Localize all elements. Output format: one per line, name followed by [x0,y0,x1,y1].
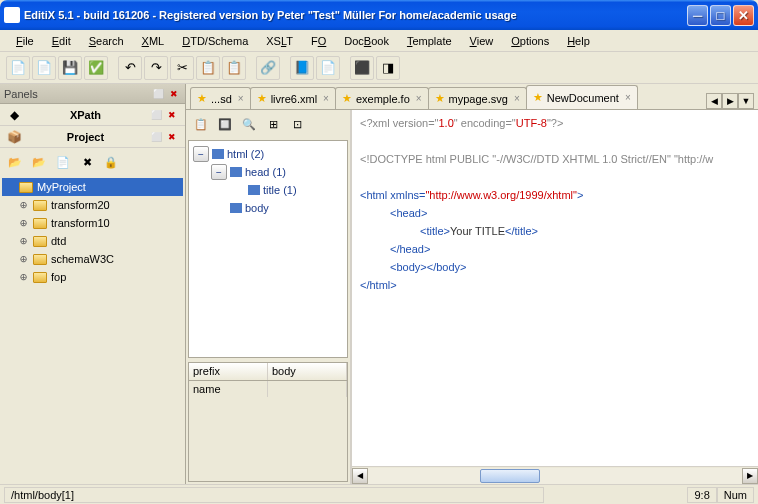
editor-line[interactable]: <body></body> [360,258,750,276]
outline-tree[interactable]: −html (2)−head (1)title (1)body [188,140,348,358]
editor-line[interactable]: <html xmlns="http://www.w3.org/1999/xhtm… [360,186,750,204]
scroll-right-icon[interactable]: ▶ [742,468,758,484]
menu-help[interactable]: Help [559,33,598,49]
project-tree-item[interactable]: ⊕schemaW3C [2,250,183,268]
panel-close-icon[interactable]: ✖ [165,130,179,144]
minimize-button[interactable]: ─ [687,5,708,26]
menu-file[interactable]: File [8,33,42,49]
tree-toggle-icon[interactable]: ⊕ [18,198,29,212]
ns-row[interactable]: name [189,381,347,397]
tree-toggle-icon[interactable]: ⊕ [18,216,29,230]
document-tab[interactable]: ★NewDocument× [526,85,638,109]
panel-close-icon[interactable]: ✖ [165,108,179,122]
menu-edit[interactable]: Edit [44,33,79,49]
project-tree-item[interactable]: ⊕fop [2,268,183,286]
tree-toggle-icon[interactable]: ⊕ [18,252,29,266]
toolbar-btn-11[interactable]: 📄 [316,56,340,80]
document-tab[interactable]: ★...sd× [190,87,251,109]
project-toolbar-btn-2[interactable]: 📄 [52,151,74,173]
menu-options[interactable]: Options [503,33,557,49]
tree-toggle-icon[interactable]: ⊕ [18,234,29,248]
outline-tree-item[interactable]: −html (2) [193,145,343,163]
namespace-table[interactable]: prefixbody name [188,362,348,482]
outline-item-label: body [245,202,269,214]
toolbar-btn-2[interactable]: 💾 [58,56,82,80]
tree-toggle-icon[interactable]: ⊕ [18,270,29,284]
menu-docbook[interactable]: DocBook [336,33,397,49]
project-tree[interactable]: MyProject⊕transform20⊕transform10⊕dtd⊕sc… [0,176,185,484]
project-toolbar-btn-0[interactable]: 📂 [4,151,26,173]
panel-restore-icon[interactable]: ⬜ [149,130,163,144]
toolbar-btn-3[interactable]: ✅ [84,56,108,80]
toolbar-btn-7[interactable]: 📋 [196,56,220,80]
editor-line[interactable]: <!DOCTYPE html PUBLIC "-//W3C//DTD XHTML… [360,150,750,168]
outline-toolbar-btn-3[interactable]: ⊞ [262,113,284,135]
outline-tree-item[interactable]: body [193,199,343,217]
toolbar-btn-10[interactable]: 📘 [290,56,314,80]
outline-tree-item[interactable]: title (1) [193,181,343,199]
editor-horizontal-scrollbar[interactable]: ◀ ▶ [352,466,758,484]
tab-close-icon[interactable]: × [416,93,422,104]
editor-line[interactable] [360,132,750,150]
editor-line[interactable]: </head> [360,240,750,258]
editor-line[interactable]: <title>Your TITLE</title> [360,222,750,240]
menu-xslt[interactable]: XSLT [258,33,301,49]
project-tree-item[interactable]: MyProject [2,178,183,196]
project-tree-item[interactable]: ⊕dtd [2,232,183,250]
project-toolbar-btn-1[interactable]: 📂 [28,151,50,173]
menu-fo[interactable]: FO [303,33,334,49]
toolbar-btn-9[interactable]: 🔗 [256,56,280,80]
panels-close-icon[interactable]: ✖ [167,87,181,101]
project-toolbar-btn-3[interactable]: ✖ [76,151,98,173]
tab-close-icon[interactable]: × [238,93,244,104]
tree-toggle-icon[interactable]: − [211,164,227,180]
editor-line[interactable]: <head> [360,204,750,222]
ns-header-cell[interactable]: body [268,363,347,380]
maximize-button[interactable]: □ [710,5,731,26]
editor-line[interactable]: <?xml version="1.0" encoding="UTF-8"?> [360,114,750,132]
menu-xml[interactable]: XML [134,33,173,49]
toolbar-btn-12[interactable]: ⬛ [350,56,374,80]
toolbar-btn-1[interactable]: 📄 [32,56,56,80]
editor-content[interactable]: <?xml version="1.0" encoding="UTF-8"?> <… [352,110,758,466]
tab-prev-icon[interactable]: ◀ [706,93,722,109]
outline-toolbar-btn-0[interactable]: 📋 [190,113,212,135]
tab-close-icon[interactable]: × [514,93,520,104]
tab-menu-icon[interactable]: ▼ [738,93,754,109]
tab-next-icon[interactable]: ▶ [722,93,738,109]
menu-view[interactable]: View [462,33,502,49]
outline-toolbar-btn-2[interactable]: 🔍 [238,113,260,135]
project-tree-item[interactable]: ⊕transform10 [2,214,183,232]
menu-template[interactable]: Template [399,33,460,49]
menu-dtdschema[interactable]: DTD/Schema [174,33,256,49]
outline-toolbar-btn-4[interactable]: ⊡ [286,113,308,135]
scroll-left-icon[interactable]: ◀ [352,468,368,484]
tab-close-icon[interactable]: × [323,93,329,104]
panel-restore-icon[interactable]: ⬜ [149,108,163,122]
toolbar-btn-8[interactable]: 📋 [222,56,246,80]
panels-restore-icon[interactable]: ⬜ [151,87,165,101]
toolbar-btn-4[interactable]: ↶ [118,56,142,80]
project-tree-item[interactable]: ⊕transform20 [2,196,183,214]
document-tab[interactable]: ★livre6.xml× [250,87,336,109]
panel-row-project[interactable]: 📦Project⬜✖ [0,126,185,148]
toolbar-btn-13[interactable]: ◨ [376,56,400,80]
close-button[interactable]: ✕ [733,5,754,26]
toolbar-btn-6[interactable]: ✂ [170,56,194,80]
editor-line[interactable] [360,168,750,186]
panel-row-xpath[interactable]: ◆XPath⬜✖ [0,104,185,126]
ns-header-cell[interactable]: prefix [189,363,268,380]
menu-search[interactable]: Search [81,33,132,49]
outline-tree-item[interactable]: −head (1) [193,163,343,181]
tree-toggle-icon[interactable]: − [193,146,209,162]
tab-close-icon[interactable]: × [625,92,631,103]
toolbar-btn-0[interactable]: 📄 [6,56,30,80]
scrollbar-thumb[interactable] [480,469,540,483]
document-tab[interactable]: ★mypage.svg× [428,87,527,109]
code-editor[interactable]: <?xml version="1.0" encoding="UTF-8"?> <… [352,110,758,484]
project-toolbar-btn-4[interactable]: 🔒 [100,151,122,173]
document-tab[interactable]: ★exemple.fo× [335,87,429,109]
editor-line[interactable]: </html> [360,276,750,294]
toolbar-btn-5[interactable]: ↷ [144,56,168,80]
outline-toolbar-btn-1[interactable]: 🔲 [214,113,236,135]
